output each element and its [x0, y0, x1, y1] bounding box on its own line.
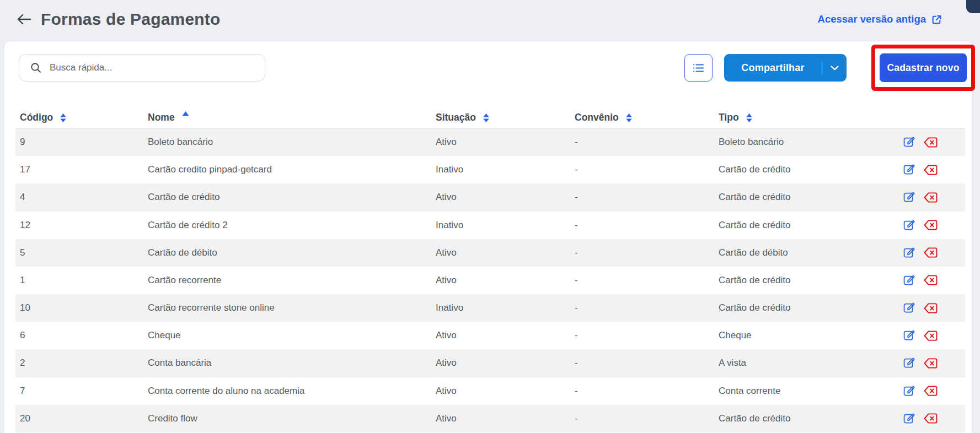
edit-icon	[903, 164, 915, 176]
delete-button[interactable]	[924, 275, 938, 285]
table-row[interactable]: 7 Conta corrente do aluno na academia At…	[15, 377, 965, 405]
cell-nome: Conta corrente do aluno na academia	[148, 386, 436, 397]
delete-button[interactable]	[924, 413, 938, 424]
delete-backspace-icon	[924, 192, 938, 203]
cell-convenio: -	[575, 192, 719, 203]
column-header-situacao[interactable]: Situação	[436, 112, 575, 123]
cell-convenio: -	[575, 164, 719, 175]
create-new-button[interactable]: Cadastrar novo	[880, 53, 967, 82]
edit-button[interactable]	[903, 413, 915, 425]
delete-button[interactable]	[924, 331, 938, 341]
table-row[interactable]: 12 Cartão de crédito 2 Inativo - Cartão …	[15, 212, 965, 239]
column-header-codigo[interactable]: Código	[15, 112, 148, 123]
row-actions	[903, 219, 965, 231]
cell-convenio: -	[575, 386, 719, 397]
table-body: 9 Boleto bancário Ativo - Boleto bancári…	[15, 128, 965, 432]
column-header-label: Nome	[148, 112, 175, 123]
table-row[interactable]: 10 Cartão recorrente stone online Inativ…	[15, 294, 965, 322]
column-header-label: Código	[20, 112, 53, 123]
cell-codigo: 6	[15, 330, 148, 341]
row-actions	[903, 274, 965, 286]
delete-button[interactable]	[924, 192, 938, 203]
cell-tipo: Boleto bancário	[719, 137, 903, 148]
table-row[interactable]: 6 Cheque Ativo - Cheque	[15, 322, 965, 349]
legacy-version-link[interactable]: Acessar versão antiga	[818, 13, 942, 25]
cell-tipo: Cartão de crédito	[719, 275, 903, 286]
cell-situacao: Ativo	[436, 137, 575, 148]
sort-icon[interactable]	[626, 113, 632, 122]
cell-situacao: Ativo	[436, 192, 575, 203]
sort-icon[interactable]	[60, 113, 66, 122]
delete-button[interactable]	[924, 358, 938, 369]
arrow-left-icon	[17, 13, 31, 25]
page-title: Formas de Pagamento	[41, 10, 221, 29]
cell-situacao: Ativo	[436, 275, 575, 286]
cell-convenio: -	[575, 330, 719, 341]
cell-codigo: 12	[15, 220, 148, 231]
column-header-nome[interactable]: Nome	[148, 112, 436, 123]
chevron-down-icon	[831, 66, 839, 71]
external-link-icon	[931, 14, 942, 25]
cell-situacao: Ativo	[436, 386, 575, 397]
delete-backspace-icon	[924, 331, 938, 341]
cell-nome: Cartão credito pinpad-getcard	[148, 164, 436, 175]
row-actions	[903, 329, 965, 342]
cell-convenio: -	[575, 220, 719, 231]
edit-button[interactable]	[903, 302, 915, 314]
sort-ascending-icon[interactable]	[182, 111, 189, 116]
delete-backspace-icon	[924, 413, 938, 424]
table-row[interactable]: 2 Conta bancária Ativo - A vista	[15, 349, 965, 377]
row-actions	[903, 302, 965, 314]
edit-button[interactable]	[903, 329, 915, 342]
delete-button[interactable]	[924, 303, 938, 313]
delete-button[interactable]	[924, 137, 938, 148]
table-row[interactable]: 1 Cartão recorrente Ativo - Cartão de cr…	[15, 267, 965, 294]
delete-button[interactable]	[924, 165, 938, 175]
edit-button[interactable]	[903, 247, 915, 259]
cell-nome: Cheque	[148, 330, 436, 341]
cell-codigo: 2	[15, 358, 148, 369]
table-row[interactable]: 9 Boleto bancário Ativo - Boleto bancári…	[15, 128, 965, 156]
edit-button[interactable]	[903, 136, 915, 148]
row-actions	[903, 136, 965, 148]
edit-button[interactable]	[903, 385, 915, 397]
sort-icon[interactable]	[746, 113, 752, 122]
table-row[interactable]: 20 Credito flow Ativo - Cartão de crédit…	[15, 405, 965, 432]
column-header-label: Convênio	[575, 112, 619, 123]
edit-icon	[903, 274, 915, 286]
cell-nome: Conta bancária	[148, 358, 436, 369]
content-panel: Compartilhar Cadastrar novo Código	[4, 41, 972, 433]
cell-situacao: Ativo	[436, 247, 575, 258]
edit-button[interactable]	[903, 191, 915, 203]
delete-button[interactable]	[924, 386, 938, 396]
share-button[interactable]: Compartilhar	[724, 54, 822, 82]
delete-button[interactable]	[924, 220, 938, 230]
edit-button[interactable]	[903, 357, 915, 369]
edit-button[interactable]	[903, 164, 915, 176]
sort-icon[interactable]	[483, 113, 489, 122]
cell-codigo: 9	[15, 137, 148, 148]
delete-backspace-icon	[924, 275, 938, 285]
edit-icon	[903, 136, 915, 148]
edit-button[interactable]	[903, 274, 915, 286]
search-input[interactable]	[50, 62, 256, 73]
row-actions	[903, 191, 965, 203]
share-dropdown-button[interactable]	[822, 54, 847, 82]
delete-button[interactable]	[924, 247, 938, 258]
cell-tipo: Cartão de crédito	[719, 220, 903, 231]
table-row[interactable]: 5 Cartão de débito Ativo - Cartão de déb…	[15, 239, 965, 267]
cell-nome: Cartão de crédito	[148, 192, 436, 203]
search-box[interactable]	[19, 54, 265, 82]
cell-codigo: 10	[15, 302, 148, 313]
delete-backspace-icon	[924, 358, 938, 369]
table-row[interactable]: 17 Cartão credito pinpad-getcard Inativo…	[15, 156, 965, 183]
column-header-tipo[interactable]: Tipo	[719, 112, 903, 123]
edit-button[interactable]	[903, 219, 915, 231]
column-header-convenio[interactable]: Convênio	[575, 112, 719, 123]
edit-icon	[903, 219, 915, 231]
edit-icon	[903, 357, 915, 369]
back-button[interactable]	[14, 10, 33, 29]
table-row[interactable]: 4 Cartão de crédito Ativo - Cartão de cr…	[15, 183, 965, 211]
list-view-button[interactable]	[684, 54, 713, 82]
cell-tipo: Cartão de crédito	[719, 302, 903, 313]
